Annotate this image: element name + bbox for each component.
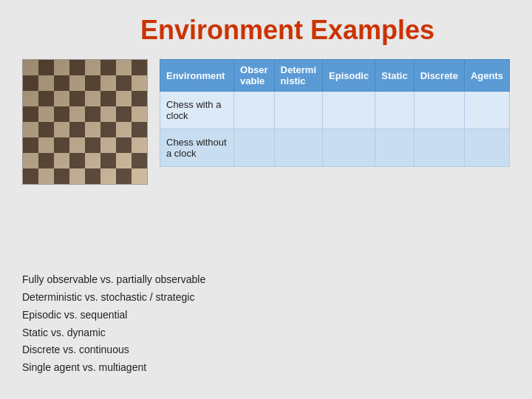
page-title: Environment Examples bbox=[140, 15, 510, 46]
page: Environment Examples Environment Observa… bbox=[0, 0, 532, 399]
table-wrapper: Environment Observable Deterministic Epi… bbox=[160, 59, 510, 167]
cell-agents bbox=[464, 92, 509, 129]
cell-agents bbox=[464, 129, 509, 167]
cell-episodic bbox=[323, 129, 375, 167]
cell-discrete bbox=[414, 129, 464, 167]
col-header-observable: Observable bbox=[234, 60, 275, 92]
note-item: Static vs. dynamic bbox=[22, 324, 205, 342]
chess-image bbox=[22, 59, 148, 185]
col-header-agents: Agents bbox=[464, 60, 509, 92]
note-item: Fully observable vs. partially observabl… bbox=[22, 271, 205, 289]
note-item: Single agent vs. multiagent bbox=[22, 359, 205, 377]
table-row: Chess with a clock bbox=[160, 92, 510, 129]
cell-static bbox=[375, 92, 414, 129]
col-header-discrete: Discrete bbox=[414, 60, 464, 92]
cell-deterministic bbox=[274, 92, 322, 129]
cell-environment: Chess with a clock bbox=[160, 92, 234, 129]
col-header-episodic: Episodic bbox=[323, 60, 375, 92]
bottom-notes: Fully observable vs. partially observabl… bbox=[22, 271, 205, 377]
environment-table: Environment Observable Deterministic Epi… bbox=[160, 59, 510, 167]
cell-deterministic bbox=[274, 129, 322, 167]
content-area: Environment Observable Deterministic Epi… bbox=[22, 59, 510, 185]
cell-observable bbox=[234, 92, 275, 129]
col-header-environment: Environment bbox=[160, 60, 234, 92]
table-row: Chess without a clock bbox=[160, 129, 510, 167]
cell-episodic bbox=[323, 92, 375, 129]
note-item: Discrete vs. continuous bbox=[22, 341, 205, 359]
note-item: Episodic vs. sequential bbox=[22, 307, 205, 324]
table-header-row: Environment Observable Deterministic Epi… bbox=[160, 60, 510, 92]
cell-observable bbox=[234, 129, 275, 167]
col-header-deterministic: Deterministic bbox=[274, 60, 322, 92]
note-item: Deterministic vs. stochastic / strategic bbox=[22, 289, 205, 307]
col-header-static: Static bbox=[375, 60, 414, 92]
cell-environment: Chess without a clock bbox=[160, 129, 234, 167]
cell-discrete bbox=[414, 92, 464, 129]
cell-static bbox=[375, 129, 414, 167]
